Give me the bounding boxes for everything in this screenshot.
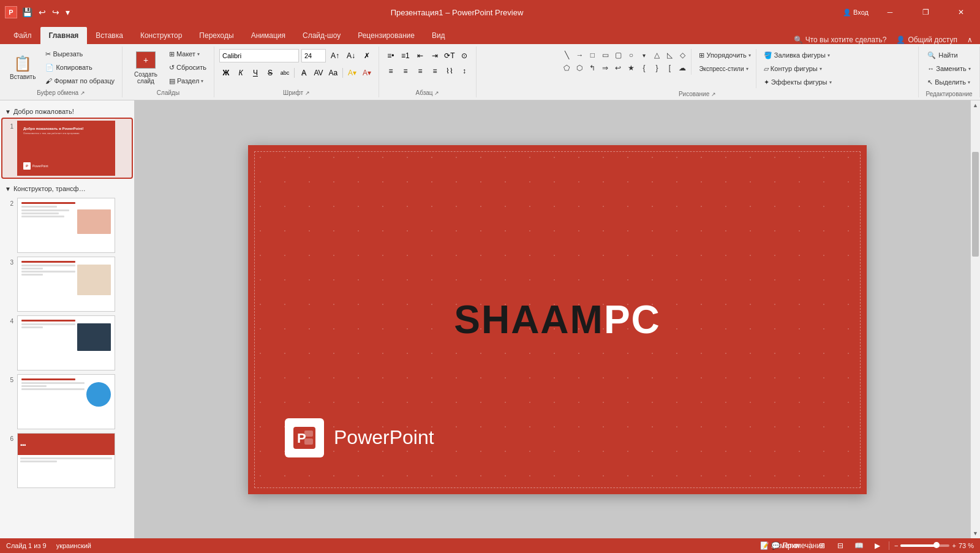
increase-font-btn[interactable]: A↑ [328, 49, 342, 62]
shape-outline-btn[interactable]: ▱ Контур фигуры ▾ [761, 62, 834, 75]
find-btn[interactable]: 🔍 Найти [925, 49, 960, 61]
shape-ellipse[interactable]: ○ [625, 49, 637, 61]
shape-arrow[interactable]: → [573, 49, 586, 61]
shape-triangle[interactable]: △ [650, 49, 663, 61]
slide-sorter-btn[interactable]: ⊟ [834, 539, 847, 552]
align-center-btn[interactable]: ≡ [399, 64, 412, 78]
scroll-thumb[interactable] [972, 152, 979, 257]
shape-fill-btn[interactable]: 🪣 Заливка фигуры ▾ [761, 49, 834, 61]
restore-btn[interactable]: ❐ [911, 0, 940, 24]
subscript-btn[interactable]: abc [278, 66, 292, 80]
tab-insert[interactable]: Вставка [87, 27, 132, 44]
shape-rect2[interactable]: ▭ [599, 49, 611, 61]
copy-btn[interactable]: 📄 Копировать [43, 61, 117, 73]
section1-header[interactable]: ▼ Добро пожаловать! [2, 105, 132, 119]
text-case-btn[interactable]: Aa [326, 66, 340, 80]
italic-btn[interactable]: К [234, 66, 247, 80]
reading-view-btn[interactable]: 📖 [852, 539, 865, 552]
slide-1-row[interactable]: 1 Добро пожаловать в PowerPoint! Ознаком… [2, 119, 132, 178]
tab-animations[interactable]: Анимация [243, 27, 294, 44]
line-spacing-btn[interactable]: ↕ [458, 64, 471, 78]
shape-bracket[interactable]: [ [663, 62, 676, 74]
format-painter-btn[interactable]: 🖌 Формат по образцу [43, 75, 117, 87]
text-shadow-btn[interactable]: A [297, 66, 311, 80]
highlight-btn[interactable]: A▾ [345, 66, 359, 80]
select-btn[interactable]: ↖ Выделить ▾ [925, 76, 973, 88]
font-color-btn[interactable]: A▾ [360, 66, 374, 80]
decrease-indent-btn[interactable]: ⇤ [413, 49, 427, 62]
strikethrough-btn[interactable]: S [263, 66, 277, 80]
font-name-input[interactable] [219, 49, 299, 62]
shape-bend-arrow[interactable]: ↩ [612, 62, 624, 74]
redo-quick-icon[interactable]: ↪ [51, 6, 61, 18]
slide-3-row[interactable]: 3 [2, 255, 132, 314]
canvas-area[interactable]: ▲ ▼ SHAAMPC P [135, 100, 980, 538]
tab-design[interactable]: Конструктор [132, 27, 190, 44]
search-ribbon-btn[interactable]: 🔍 Что вы хотите сделать? [794, 36, 887, 44]
shape-star[interactable]: ★ [625, 62, 637, 74]
slide-5-row[interactable]: 5 [2, 372, 132, 431]
columns-btn[interactable]: ⌇⌇ [443, 64, 456, 78]
paste-btn[interactable]: 📋 Вставить [5, 48, 40, 88]
replace-btn[interactable]: ↔ Заменить ▾ [925, 62, 973, 75]
reset-btn[interactable]: ↺ Сбросить [167, 61, 209, 73]
decrease-font-btn[interactable]: A↓ [344, 49, 358, 62]
quick-styles-btn[interactable]: Экспресс-стили ▾ [696, 62, 753, 75]
char-spacing-btn[interactable]: AV [312, 66, 325, 80]
numbered-list-btn[interactable]: ≡1 [399, 49, 412, 62]
zoom-track[interactable] [900, 544, 949, 547]
arrange-btn[interactable]: ⊞ Упорядочить ▾ [696, 49, 753, 61]
shape-rect[interactable]: □ [586, 49, 598, 61]
shape-effects-btn[interactable]: ✦ Эффекты фигуры ▾ [761, 76, 834, 88]
align-right-btn[interactable]: ≡ [413, 64, 427, 78]
zoom-handle[interactable] [933, 542, 940, 548]
slide-6-row[interactable]: 6 ■■■ [2, 431, 132, 490]
new-slide-btn[interactable]: + Создатьслайд [127, 48, 164, 88]
bold-btn[interactable]: Ж [219, 66, 233, 80]
save-quick-icon[interactable]: 💾 [21, 6, 34, 18]
vertical-scrollbar[interactable]: ▲ ▼ [970, 100, 980, 538]
shape-brace-open[interactable]: { [638, 62, 650, 74]
shape-round-rect[interactable]: ▢ [612, 49, 624, 61]
shape-right-triangle[interactable]: ◺ [663, 49, 676, 61]
scroll-up-btn[interactable]: ▲ [971, 100, 981, 110]
convert-to-smartart-btn[interactable]: ⊙ [458, 49, 471, 62]
share-btn[interactable]: 👤 Общий доступ [896, 36, 957, 44]
shape-brace-close[interactable]: } [650, 62, 663, 74]
underline-btn[interactable]: Ч [249, 66, 262, 80]
zoom-minus-btn[interactable]: − [894, 542, 898, 549]
shape-more[interactable]: ▾ [638, 49, 650, 61]
customize-quick-icon[interactable]: ▾ [64, 6, 71, 18]
slide-2-row[interactable]: 2 [2, 196, 132, 255]
slideshow-btn[interactable]: ▶ [870, 539, 884, 552]
layout-btn[interactable]: ⊞ Макет ▾ [167, 48, 209, 60]
tab-transitions[interactable]: Переходы [190, 27, 242, 44]
align-left-btn[interactable]: ≡ [384, 64, 398, 78]
collapse-ribbon-btn[interactable]: ∧ [967, 36, 973, 44]
minimize-btn[interactable]: ─ [876, 0, 904, 24]
scroll-down-btn[interactable]: ▼ [971, 529, 981, 538]
normal-view-btn[interactable]: ⊞ [815, 539, 829, 552]
font-size-input[interactable] [301, 49, 326, 62]
comments-btn[interactable]: 💬 Примечания [791, 539, 805, 552]
tab-slideshow[interactable]: Слайд-шоу [294, 27, 349, 44]
shape-pentagon[interactable]: ⬠ [560, 62, 573, 74]
tab-home[interactable]: Главная [40, 27, 88, 44]
slide-4-row[interactable]: 4 [2, 314, 132, 372]
tab-file[interactable]: Файл [5, 27, 40, 44]
bullets-btn[interactable]: ≡• [384, 49, 398, 62]
clear-format-btn[interactable]: ✗ [360, 49, 374, 62]
shape-diamond[interactable]: ◇ [676, 49, 688, 61]
shape-hexagon[interactable]: ⬡ [573, 62, 586, 74]
cut-btn[interactable]: ✂ Вырезать [43, 48, 117, 60]
text-direction-btn[interactable]: ⟳T [443, 49, 456, 62]
tab-view[interactable]: Вид [423, 27, 454, 44]
shape-curvedarrow[interactable]: ↰ [586, 62, 598, 74]
close-btn[interactable]: ✕ [947, 0, 975, 24]
justify-btn[interactable]: ≡ [428, 64, 442, 78]
shape-block-arrow[interactable]: ⇒ [599, 62, 611, 74]
tab-review[interactable]: Рецензирование [349, 27, 423, 44]
undo-quick-icon[interactable]: ↩ [37, 6, 47, 18]
increase-indent-btn[interactable]: ⇥ [428, 49, 442, 62]
section2-header[interactable]: ▼ Конструктор, трансф… [2, 182, 132, 196]
